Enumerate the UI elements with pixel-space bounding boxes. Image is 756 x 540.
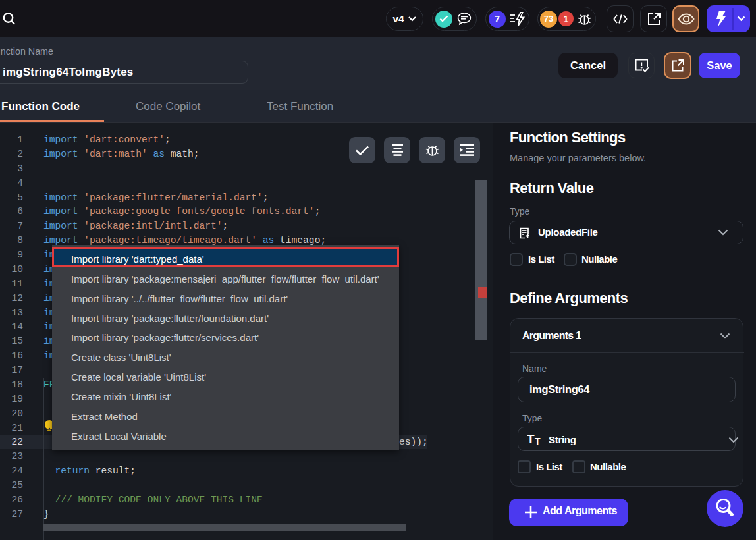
svg-text:T: T	[535, 436, 541, 445]
svg-text:T: T	[527, 433, 535, 445]
